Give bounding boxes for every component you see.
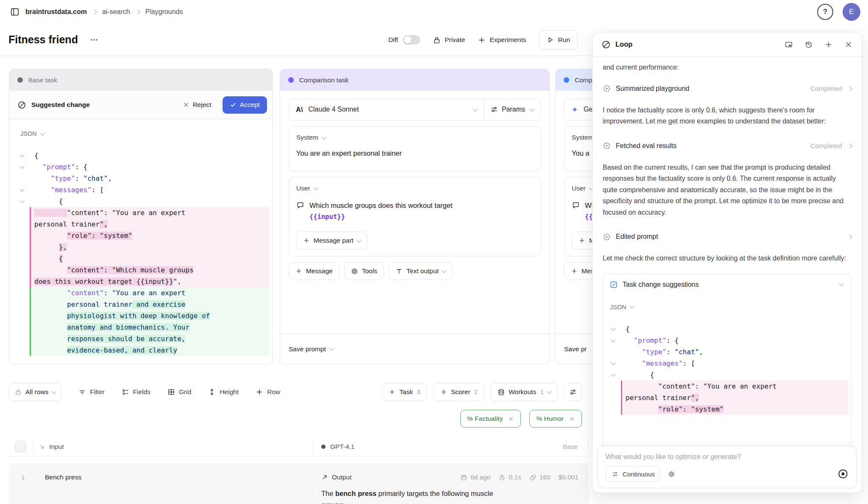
code-format-select[interactable]: JSON	[606, 304, 849, 311]
system-message-card: System You are an expert personal traine…	[289, 126, 541, 171]
avatar[interactable]: E	[843, 3, 860, 21]
add-row-button[interactable]: Row	[256, 388, 280, 396]
run-button[interactable]: Run	[539, 30, 578, 50]
breadcrumb-section[interactable]: Playgrounds	[145, 8, 183, 16]
reject-button[interactable]: Reject	[183, 101, 211, 109]
row-output-cell[interactable]: The bench press primarily targets the fo…	[321, 488, 584, 504]
user-role-select[interactable]: User	[296, 185, 533, 192]
loop-panel: Loop and current performance:	[592, 32, 862, 493]
continuous-mode-button[interactable]: Continuous	[606, 466, 661, 482]
grid-toolbar: All rows Filter Fields Grid Height Row	[9, 384, 582, 400]
message-bubble-icon	[572, 201, 580, 222]
save-prompt-button[interactable]: Save prompt	[289, 345, 333, 353]
select-all-checkbox[interactable]	[15, 441, 26, 452]
suggested-change-label: Suggested change	[31, 101, 90, 109]
system-role-select[interactable]: System	[296, 134, 533, 141]
user-message-text[interactable]: Which muscle groups does this workout ta…	[309, 200, 453, 222]
breadcrumb-org[interactable]: braintrustdata.com	[25, 8, 87, 16]
input-column-header[interactable]: Input	[49, 443, 64, 451]
popout-icon[interactable]	[785, 40, 793, 49]
loop-input-placeholder[interactable]: What would you like to optimize or gener…	[606, 453, 849, 461]
height-button[interactable]: Height	[208, 388, 239, 396]
code-format-select[interactable]: JSON	[14, 130, 269, 137]
breadcrumb-chevron-icon	[135, 9, 140, 14]
add-message-part-button[interactable]: Message part	[296, 232, 367, 249]
loop-panel-header: Loop	[593, 32, 862, 57]
page-title: Fitness friend	[8, 34, 78, 46]
loop-settings-icon[interactable]	[668, 470, 676, 478]
calendar-icon	[460, 474, 467, 481]
filter-button[interactable]: Filter	[78, 388, 104, 396]
system-message-text[interactable]: You are an expert personal trainer	[296, 148, 533, 159]
input-variable: {{input}}	[309, 213, 345, 221]
title-bar: Fitness friend Diff Private Experiments …	[0, 24, 592, 56]
loop-panel-title: Loop	[615, 40, 632, 48]
anthropic-logo-icon: A\	[296, 106, 303, 114]
suggestions-diff-code: { "prompt": { "type": "chat", "messages"…	[606, 323, 849, 415]
sidebar-toggle-icon[interactable]	[10, 7, 19, 17]
diff-label: Diff	[388, 36, 398, 44]
scorer-pills: % Factuality % Humor	[9, 410, 582, 428]
loop-text: Based on the current results, I can see …	[603, 162, 851, 218]
comparison-task-header: Comparison task	[280, 69, 549, 91]
history-icon[interactable]	[804, 40, 813, 49]
all-rows-select[interactable]: All rows	[9, 383, 61, 401]
model-name: Claude 4 Sonnet	[309, 106, 359, 113]
stop-icon[interactable]	[837, 468, 849, 479]
table-row[interactable]: 1 Bench press Output 6d ago 0.1s 160 $0.…	[9, 463, 589, 504]
comparison-task-title: Comparison task	[299, 76, 348, 84]
swap-icon	[612, 470, 619, 478]
fields-button[interactable]: Fields	[122, 388, 150, 396]
save-prompt-button-2[interactable]: Save pr	[564, 345, 587, 353]
base-task-header: Base task	[9, 69, 273, 91]
accept-button[interactable]: Accept	[223, 96, 267, 114]
remove-scorer-icon[interactable]	[508, 416, 514, 422]
row-input-cell[interactable]: Bench press	[45, 473, 81, 481]
edit-suggestion-icon	[609, 280, 618, 289]
add-scorer-button[interactable]: Scorer2	[434, 383, 484, 401]
loop-conversation: and current performance: Summarized play…	[593, 57, 862, 493]
base-code-editor[interactable]: JSON { "prompt": { "type": "chat", "mess…	[9, 119, 273, 364]
grid-settings-icon[interactable]	[564, 383, 582, 401]
user-message-card: User Which muscle groups does this worko…	[289, 177, 541, 256]
comparison-task-dot	[288, 77, 294, 83]
factuality-scorer-pill[interactable]: % Factuality	[460, 410, 521, 428]
suggested-change-bar: Suggested change Reject Accept	[9, 91, 273, 119]
input-column-icon	[39, 443, 45, 450]
base-task-dot	[17, 77, 23, 83]
tool-step-edited-prompt[interactable]: Edited prompt	[603, 231, 851, 243]
latency-stat: 0.1s	[498, 473, 521, 481]
experiments-button[interactable]: Experiments	[478, 36, 526, 44]
add-task-button[interactable]: Task3	[382, 383, 427, 401]
tool-step-icon	[603, 233, 611, 241]
model-name-2: Ge	[584, 106, 593, 113]
tool-step-fetched-eval-results[interactable]: Fetched eval results Completed	[603, 140, 851, 152]
private-button[interactable]: Private	[433, 36, 465, 44]
model-select[interactable]: A\ Claude 4 Sonnet	[289, 99, 484, 120]
params-button[interactable]: Params	[484, 99, 540, 120]
breadcrumb-project[interactable]: ai-search	[102, 8, 130, 16]
grid-button[interactable]: Grid	[167, 388, 191, 396]
remove-scorer-icon[interactable]	[569, 416, 575, 422]
tool-step-summarized-playground[interactable]: Summarized playground Completed	[603, 83, 851, 95]
row-number: 1	[22, 474, 25, 481]
top-bar: braintrustdata.com ai-search Playgrounds…	[0, 0, 868, 24]
loop-icon	[17, 101, 26, 109]
model-column-header[interactable]: GPT-4.1	[330, 443, 355, 451]
close-icon[interactable]	[844, 40, 853, 49]
more-menu-icon[interactable]	[90, 36, 98, 44]
loop-text: and current performance:	[603, 62, 851, 73]
text-output-button[interactable]: Text output	[389, 262, 453, 280]
results-table-header: Input GPT-4.1 Base	[9, 437, 589, 456]
diff-toggle[interactable]	[403, 35, 420, 45]
humor-scorer-pill[interactable]: % Humor	[529, 410, 582, 428]
add-message-button[interactable]: Message	[289, 262, 339, 280]
output-expand-icon[interactable]	[321, 474, 328, 481]
loop-text: Let me check the correct structure by lo…	[603, 253, 851, 264]
comparison-task-2-title: Comp	[575, 76, 592, 84]
dataset-select[interactable]: Workouts1	[491, 383, 558, 401]
new-chat-icon[interactable]	[824, 40, 833, 49]
task-change-suggestions-header[interactable]: Task change suggestions	[603, 274, 851, 295]
tools-button[interactable]: Tools	[344, 262, 384, 280]
help-icon[interactable]: ?	[817, 4, 833, 20]
